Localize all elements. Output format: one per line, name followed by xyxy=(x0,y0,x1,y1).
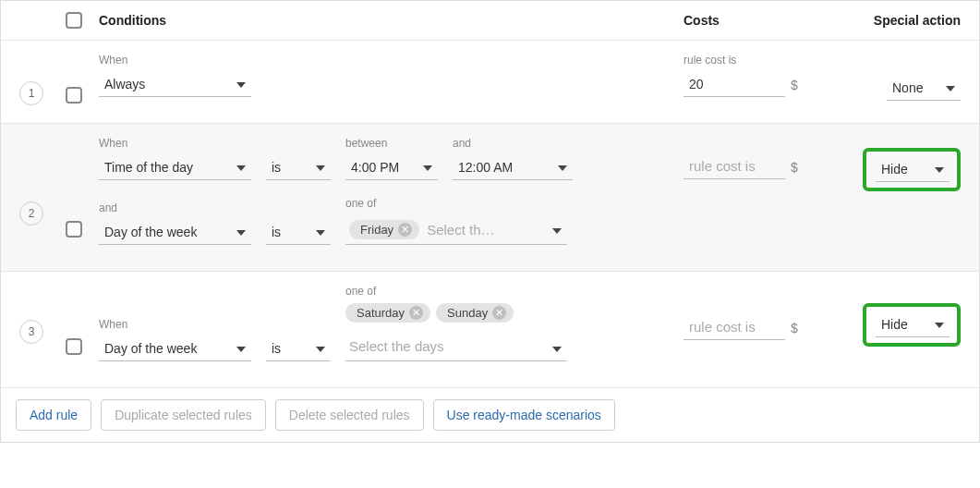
rule-index-badge: 3 xyxy=(19,320,43,344)
costs-cell: rule cost is $ xyxy=(684,137,841,254)
condition-type-value: Day of the week xyxy=(99,336,251,361)
operator-value: is xyxy=(266,155,331,180)
chip-label: Sunday xyxy=(447,306,488,320)
condition-type-select[interactable]: Always xyxy=(99,72,251,97)
rule-select-checkbox[interactable] xyxy=(66,338,82,355)
highlight-box: Hide xyxy=(863,303,961,347)
special-action-value: Hide xyxy=(876,157,950,182)
day-chip: Sunday ✕ xyxy=(436,303,514,323)
one-of-label: one of xyxy=(345,285,567,298)
action-cell: Hide xyxy=(841,137,961,254)
time-to-select[interactable]: 12:00 AM xyxy=(453,155,573,180)
header-conditions: Conditions xyxy=(99,13,684,28)
currency-label: $ xyxy=(791,321,798,340)
highlight-box: Hide xyxy=(863,148,961,191)
time-to-value: 12:00 AM xyxy=(453,155,573,180)
condition-type-select[interactable]: Day of the week xyxy=(99,220,251,245)
currency-label: $ xyxy=(791,160,798,179)
rule-index-cell: 2 xyxy=(19,137,66,254)
header-special-action: Special action xyxy=(841,13,961,28)
operator-select[interactable]: is xyxy=(266,155,331,180)
condition-type-select[interactable]: Time of the day xyxy=(99,155,251,180)
multiselect-placeholder: Select the days xyxy=(349,338,444,354)
duplicate-rules-button[interactable]: Duplicate selected rules xyxy=(101,399,266,431)
day-chip: Friday ✕ xyxy=(349,220,419,239)
special-action-select[interactable]: Hide xyxy=(876,157,950,182)
rule-select-checkbox[interactable] xyxy=(66,87,82,104)
multiselect-placeholder: Select th… xyxy=(427,222,494,238)
condition-type-value: Always xyxy=(99,72,251,97)
ready-made-button[interactable]: Use ready-made scenarios xyxy=(433,399,615,431)
table-header: Conditions Costs Special action xyxy=(1,1,979,41)
operator-select[interactable]: is xyxy=(266,220,331,245)
rule-select-checkbox[interactable] xyxy=(66,221,82,238)
rule-cost-label: rule cost is xyxy=(684,54,841,67)
costs-cell: rule cost is 20 $ xyxy=(684,54,841,106)
conditions-cell: When Day of the week is one of xyxy=(99,285,684,371)
one-of-label: one of xyxy=(345,197,567,210)
between-label: between xyxy=(345,137,438,150)
condition-type-value: Time of the day xyxy=(99,155,251,180)
rule-cost-input[interactable]: rule cost is xyxy=(684,153,785,179)
rule-index-badge: 2 xyxy=(19,201,43,226)
header-costs: Costs xyxy=(684,13,841,28)
day-chip: Saturday ✕ xyxy=(345,303,430,323)
operator-value: is xyxy=(266,220,331,245)
days-multiselect[interactable]: Friday ✕ Select th… xyxy=(345,215,567,245)
rule-row: 3 When Day of the week is xyxy=(1,272,979,388)
rule-index-cell: 1 xyxy=(19,54,66,106)
time-from-value: 4:00 PM xyxy=(345,155,438,180)
condition-type-select[interactable]: Day of the week xyxy=(99,336,251,361)
rule-select-cell xyxy=(66,285,99,371)
chip-label: Friday xyxy=(360,223,393,237)
rule-cost-input[interactable]: 20 xyxy=(684,72,785,97)
time-from-select[interactable]: 4:00 PM xyxy=(345,155,438,180)
when-label: When xyxy=(99,54,251,67)
currency-label: $ xyxy=(791,78,798,97)
when-label: When xyxy=(99,137,251,150)
col-select-all xyxy=(66,12,99,29)
action-cell: None xyxy=(841,54,961,106)
delete-rules-button[interactable]: Delete selected rules xyxy=(275,399,424,431)
when-label: When xyxy=(99,318,251,331)
rule-row: 1 When Always rule cost is 20 $ xyxy=(1,41,979,124)
conditions-cell: When Always xyxy=(99,54,684,106)
and-label: and xyxy=(453,137,573,150)
select-all-checkbox[interactable] xyxy=(66,12,82,29)
and-label: and xyxy=(99,201,251,214)
footer-toolbar: Add rule Duplicate selected rules Delete… xyxy=(1,388,979,442)
conditions-cell: When Time of the day is between xyxy=(99,137,684,254)
days-multiselect[interactable]: Saturday ✕ Sunday ✕ Select the days xyxy=(345,303,567,361)
chip-label: Saturday xyxy=(357,306,405,320)
special-action-value: Hide xyxy=(876,312,950,337)
rule-index-badge: 1 xyxy=(19,81,43,105)
rule-index-cell: 3 xyxy=(19,285,66,371)
rule-cost-input[interactable]: rule cost is xyxy=(684,314,785,340)
chip-remove-icon[interactable]: ✕ xyxy=(398,223,412,237)
add-rule-button[interactable]: Add rule xyxy=(16,399,91,431)
special-action-value: None xyxy=(887,76,961,101)
chip-remove-icon[interactable]: ✕ xyxy=(492,306,506,320)
costs-cell: rule cost is $ xyxy=(684,285,841,371)
rule-select-cell xyxy=(66,137,99,254)
action-cell: Hide xyxy=(841,285,961,371)
special-action-select[interactable]: Hide xyxy=(876,312,950,337)
operator-select[interactable]: is xyxy=(266,336,331,361)
operator-value: is xyxy=(266,336,331,361)
chip-remove-icon[interactable]: ✕ xyxy=(409,306,423,320)
rule-row: 2 When Time of the day is xyxy=(1,124,979,272)
condition-type-value: Day of the week xyxy=(99,220,251,245)
special-action-select[interactable]: None xyxy=(887,76,961,101)
rules-table: Conditions Costs Special action 1 When A… xyxy=(0,0,980,443)
rule-select-cell xyxy=(66,84,99,106)
